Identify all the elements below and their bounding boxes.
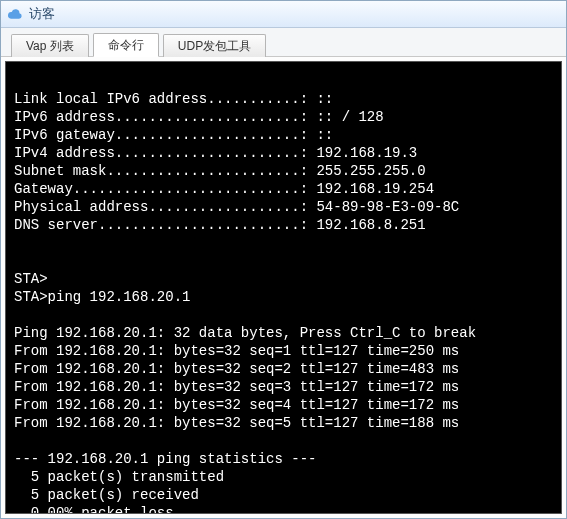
app-window: 访客 Vap 列表 命令行 UDP发包工具 Link local IPv6 ad… [0, 0, 567, 519]
tab-vap-list[interactable]: Vap 列表 [11, 34, 89, 57]
terminal-line [14, 234, 553, 252]
terminal-line: IPv4 address......................: 192.… [14, 144, 553, 162]
terminal-line [14, 72, 553, 90]
terminal-line [14, 252, 553, 270]
terminal-line: From 192.168.20.1: bytes=32 seq=5 ttl=12… [14, 414, 553, 432]
tab-label: 命令行 [108, 38, 144, 52]
tab-udp-tool[interactable]: UDP发包工具 [163, 34, 266, 57]
terminal-line: 0.00% packet loss [14, 504, 553, 514]
terminal-line: Ping 192.168.20.1: 32 data bytes, Press … [14, 324, 553, 342]
terminal-line: Gateway...........................: 192.… [14, 180, 553, 198]
terminal-line: Physical address..................: 54-8… [14, 198, 553, 216]
terminal-line: Link local IPv6 address...........: :: [14, 90, 553, 108]
terminal-line: IPv6 address......................: :: /… [14, 108, 553, 126]
tab-label: UDP发包工具 [178, 39, 251, 53]
terminal-line: Subnet mask.......................: 255.… [14, 162, 553, 180]
title-bar: 访客 [1, 1, 566, 28]
terminal-line: STA> [14, 270, 553, 288]
terminal-line: From 192.168.20.1: bytes=32 seq=4 ttl=12… [14, 396, 553, 414]
tab-label: Vap 列表 [26, 39, 74, 53]
terminal-line: From 192.168.20.1: bytes=32 seq=2 ttl=12… [14, 360, 553, 378]
terminal-line: 5 packet(s) transmitted [14, 468, 553, 486]
terminal-line: DNS server........................: 192.… [14, 216, 553, 234]
terminal-line: STA>ping 192.168.20.1 [14, 288, 553, 306]
tab-strip: Vap 列表 命令行 UDP发包工具 [1, 28, 566, 57]
terminal-line: From 192.168.20.1: bytes=32 seq=3 ttl=12… [14, 378, 553, 396]
terminal-line [14, 432, 553, 450]
window-title: 访客 [29, 5, 55, 23]
terminal-line [14, 306, 553, 324]
tab-command-line[interactable]: 命令行 [93, 33, 159, 57]
terminal-output[interactable]: Link local IPv6 address...........: ::IP… [5, 61, 562, 514]
terminal-line: --- 192.168.20.1 ping statistics --- [14, 450, 553, 468]
terminal-line: From 192.168.20.1: bytes=32 seq=1 ttl=12… [14, 342, 553, 360]
cloud-icon [7, 6, 23, 22]
terminal-line: 5 packet(s) received [14, 486, 553, 504]
terminal-line: IPv6 gateway......................: :: [14, 126, 553, 144]
